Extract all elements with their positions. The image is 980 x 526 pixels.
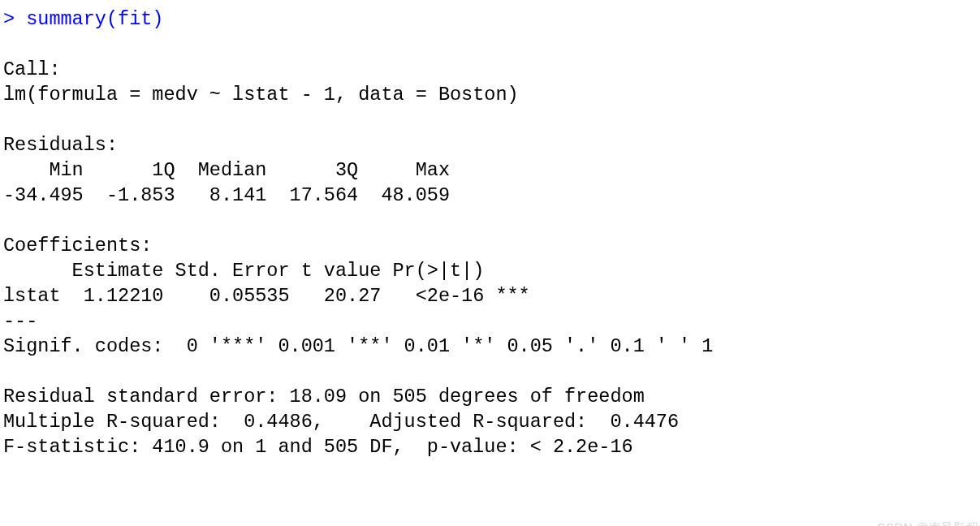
- f-statistic-line: F-statistic: 410.9 on 1 and 505 DF, p-va…: [3, 434, 980, 459]
- coefficients-row-lstat: lstat 1.12210 0.05535 20.27 <2e-16 ***: [3, 283, 980, 308]
- blank-line: [3, 107, 980, 132]
- coefficients-header: Coefficients:: [3, 233, 980, 258]
- blank-line: [3, 32, 980, 57]
- residual-standard-error-line: Residual standard error: 18.09 on 505 de…: [3, 384, 980, 409]
- residuals-values: -34.495 -1.853 8.141 17.564 48.059: [3, 183, 980, 208]
- r-squared-line: Multiple R-squared: 0.4486, Adjusted R-s…: [3, 409, 980, 434]
- residuals-column-names: Min 1Q Median 3Q Max: [3, 157, 980, 183]
- command-prompt-line: > summary(fit): [3, 6, 980, 32]
- coefficients-column-names: Estimate Std. Error t value Pr(>|t|): [3, 258, 980, 283]
- signif-codes-line: Signif. codes: 0 '***' 0.001 '**' 0.01 '…: [3, 334, 980, 359]
- call-header: Call:: [3, 57, 980, 82]
- call-formula: lm(formula = medv ~ lstat - 1, data = Bo…: [3, 82, 980, 107]
- separator-rule: ---: [3, 308, 980, 334]
- watermark: CSDN @南风影积: [877, 520, 978, 526]
- blank-line: [3, 208, 980, 233]
- residuals-header: Residuals:: [3, 132, 980, 157]
- blank-line: [3, 359, 980, 384]
